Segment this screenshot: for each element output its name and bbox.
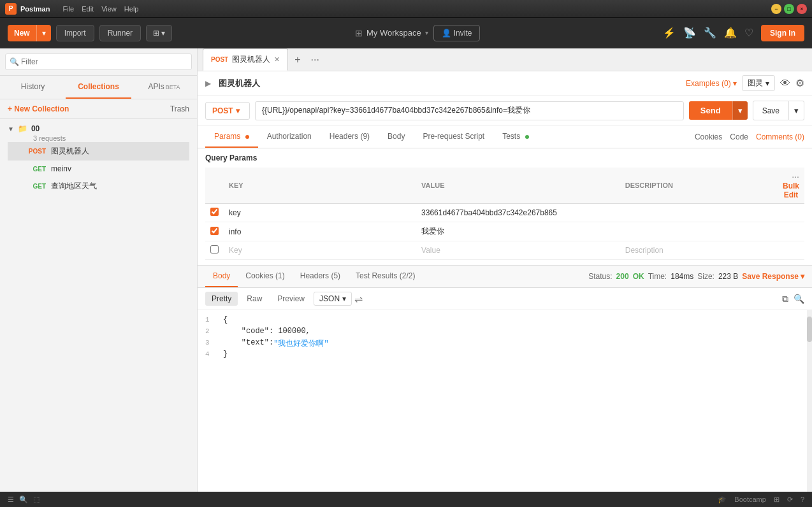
tab-history[interactable]: History (0, 76, 66, 99)
sub-tab-tests[interactable]: Tests (493, 126, 537, 148)
code-link[interactable]: Code (730, 132, 748, 141)
tab-collections[interactable]: Collections (66, 76, 131, 99)
response-body-icons: ⧉ 🔍 (782, 294, 804, 304)
wrench-icon[interactable]: 🔧 (704, 27, 716, 39)
sync-button[interactable]: ⟳ (787, 496, 793, 504)
new-arrow-icon[interactable]: ▾ (36, 25, 51, 41)
env-settings-icon[interactable]: ⚙ (795, 77, 804, 89)
menu-file[interactable]: File (62, 5, 74, 13)
param-check-info[interactable] (210, 227, 219, 235)
runner-button[interactable]: Runner (99, 25, 141, 41)
search-bar-button[interactable]: 🔍 (19, 496, 28, 504)
postman-icon: P (5, 3, 17, 15)
trash-button[interactable]: Trash (170, 104, 189, 113)
lightning-icon[interactable]: ⚡ (663, 27, 676, 39)
search-response-icon[interactable]: 🔍 (794, 294, 804, 304)
new-button[interactable]: New ▾ (8, 25, 51, 41)
maximize-button[interactable]: □ (784, 4, 794, 14)
params-section: Query Params KEY VALUE DESCRIPTION ··· B… (198, 148, 812, 265)
more-tabs-button[interactable]: ··· (306, 52, 324, 68)
satellite-icon[interactable]: 📡 (683, 27, 696, 39)
minimize-button[interactable]: − (771, 4, 781, 14)
folder-row[interactable]: ▼ 📁 00 (8, 123, 189, 134)
code-scrollbar[interactable] (807, 310, 812, 492)
response-tab-headers[interactable]: Headers (5) (293, 266, 348, 287)
env-eye-icon[interactable]: 👁 (780, 78, 790, 89)
heart-icon[interactable]: ♡ (744, 27, 753, 39)
add-tab-button[interactable]: + (289, 52, 305, 68)
param-check-key[interactable] (210, 208, 219, 216)
send-button[interactable]: Send (689, 101, 732, 120)
layout-toggle-button[interactable]: ⊞ (774, 496, 779, 504)
param-check-empty[interactable] (210, 245, 219, 254)
new-collection-button[interactable]: + New Collection (8, 104, 69, 113)
sidebar-content: ▼ 📁 00 3 requests POST 图灵机器人 GET meinv G… (0, 119, 197, 492)
menu-bar[interactable]: File Edit View Help (62, 5, 138, 13)
response-tab-test-results[interactable]: Test Results (2/2) (348, 266, 423, 287)
invite-button[interactable]: 👤 Invite (433, 25, 481, 41)
sub-tab-prerequest[interactable]: Pre-request Script (414, 126, 493, 148)
sidebar-tabs: History Collections APIsBETA (0, 76, 197, 99)
comments-link[interactable]: Comments (0) (756, 132, 804, 141)
view-pretty-button[interactable]: Pretty (205, 292, 238, 306)
cookies-link[interactable]: Cookies (695, 132, 722, 141)
save-response-button[interactable]: Save Response ▾ (742, 272, 804, 281)
param-value-placeholder: Value (421, 246, 440, 255)
tab-name-label: 图灵机器人 (232, 54, 270, 65)
search-input[interactable] (5, 54, 192, 70)
sub-tab-params[interactable]: Params (205, 126, 258, 148)
tab-tuling[interactable]: POST 图灵机器人 ✕ (203, 48, 288, 71)
param-info-val: 我爱你 (421, 227, 444, 236)
code-scrollbar-thumb (807, 317, 812, 342)
tab-close-icon[interactable]: ✕ (274, 55, 280, 64)
response-time: 184ms (671, 272, 693, 281)
url-input[interactable] (255, 101, 684, 120)
param-key-label: key (229, 208, 241, 217)
examples-button[interactable]: Examples (0) ▾ (686, 79, 737, 88)
menu-edit[interactable]: Edit (82, 5, 94, 13)
tests-dot (525, 135, 529, 139)
request-bar: POST ▾ Send ▾ Save ▾ (198, 96, 812, 126)
bell-icon[interactable]: 🔔 (724, 27, 737, 39)
team-button[interactable]: ⊞ ▾ (146, 25, 172, 41)
method-selector[interactable]: POST ▾ (205, 102, 250, 120)
main-content: POST 图灵机器人 ✕ + ··· ▶ 图灵机器人 Examples (0) … (198, 48, 812, 492)
sub-tab-headers[interactable]: Headers (9) (321, 126, 379, 148)
save-dropdown-button[interactable]: ▾ (789, 101, 804, 120)
view-preview-button[interactable]: Preview (271, 292, 311, 306)
copy-icon[interactable]: ⧉ (782, 294, 788, 304)
bulk-edit-button[interactable]: Bulk Edit (783, 182, 799, 199)
request-get-weather[interactable]: GET 查询地区天气 (8, 177, 189, 196)
tab-apis[interactable]: APIsBETA (131, 76, 197, 99)
sub-tab-authorization[interactable]: Authorization (258, 126, 321, 148)
view-raw-button[interactable]: Raw (240, 292, 268, 306)
request-post-tuling[interactable]: POST 图灵机器人 (8, 142, 189, 161)
sign-in-button[interactable]: Sign In (761, 25, 804, 41)
breadcrumb-arrow-icon: ▶ (205, 79, 211, 88)
menu-help[interactable]: Help (124, 5, 139, 13)
folder-count: 3 requests (8, 134, 189, 142)
close-button[interactable]: × (797, 4, 807, 14)
save-button[interactable]: Save (753, 101, 789, 120)
sidebar-toggle-button[interactable]: ☰ (8, 496, 14, 504)
menu-view[interactable]: View (101, 5, 117, 13)
env-name: 图灵 (748, 78, 763, 89)
format-selector[interactable]: JSON ▾ (314, 292, 352, 306)
send-dropdown-button[interactable]: ▾ (732, 101, 748, 120)
bootcamp-icon[interactable]: 🎓 (718, 496, 727, 504)
import-button[interactable]: Import (56, 25, 94, 41)
response-tab-cookies[interactable]: Cookies (1) (238, 266, 292, 287)
request-get-meinv[interactable]: GET meinv (8, 161, 189, 177)
terminal-button[interactable]: ⬚ (33, 496, 40, 504)
wrap-icon[interactable]: ⇌ (354, 293, 363, 305)
sub-tab-body[interactable]: Body (379, 126, 414, 148)
th-description: DESCRIPTION (620, 168, 778, 204)
format-label: JSON (319, 294, 340, 303)
response-size: 223 B (718, 272, 738, 281)
response-tab-body[interactable]: Body (205, 266, 238, 287)
environment-selector[interactable]: 图灵 ▾ (742, 75, 775, 91)
more-dots-button[interactable]: ··· (792, 171, 799, 182)
method-badge-get2: GET (25, 183, 46, 190)
workspace-selector[interactable]: ⊞ My Workspace ▾ (355, 28, 428, 38)
help-button[interactable]: ? (801, 496, 804, 503)
